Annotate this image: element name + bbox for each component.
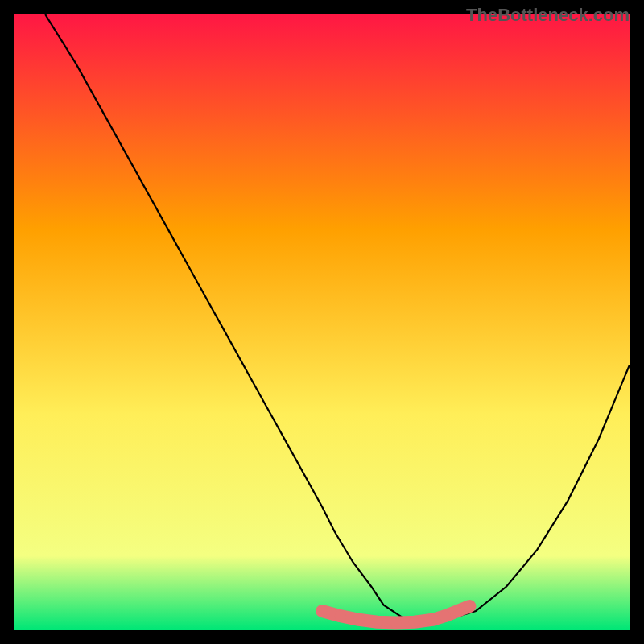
watermark-text: TheBottleneck.com [466,5,630,26]
marker-dot [409,617,420,628]
chart-svg [14,14,630,630]
gradient-background [14,14,630,630]
marker-dot [452,605,463,617]
marker-dot [353,614,365,625]
marker-dot [372,617,383,628]
marker-dot [440,610,451,621]
marker-dot [335,610,346,621]
marker-dot [427,614,439,625]
chart-area [14,14,630,630]
marker-dot [316,605,328,617]
marker-dot [390,617,402,629]
marker-dot [464,601,475,612]
